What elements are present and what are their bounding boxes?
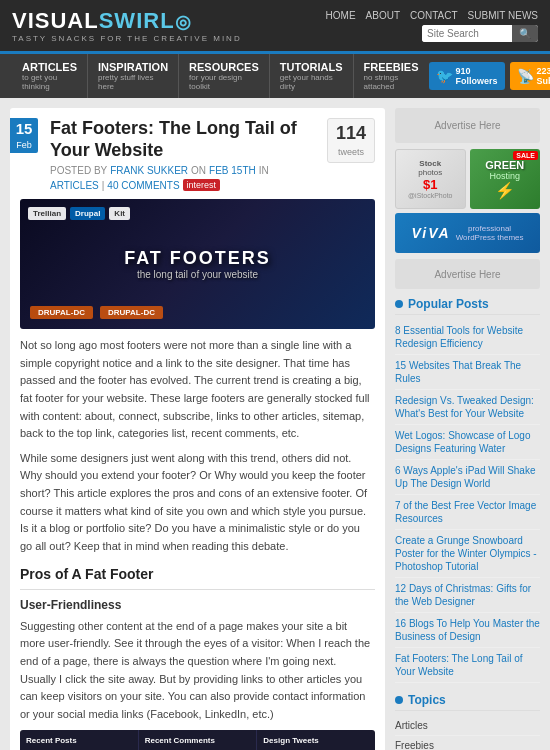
logo-area: VISUALSWIRL◎ TASTY SNACKS FOR THE CREATI…	[12, 8, 242, 43]
sec-nav-items: ARTICLES to get you thinking INSPIRATION…	[12, 54, 429, 98]
popular-post-7[interactable]: Create a Grunge Snowboard Poster for the…	[395, 530, 540, 578]
body-p3: Suggesting other content at the end of a…	[20, 618, 375, 724]
logo-tagline: TASTY SNACKS FOR THE CREATIVE MIND	[12, 34, 242, 43]
date-day: 15	[10, 120, 38, 137]
popular-post-10[interactable]: Fat Footers: The Long Tail of Your Websi…	[395, 648, 540, 683]
footer-screenshot: Recent Posts Happy New Year From Every F…	[20, 730, 375, 750]
nav-about[interactable]: ABOUT	[366, 10, 400, 21]
search-input[interactable]	[422, 25, 512, 42]
popular-posts-section: Popular Posts 8 Essential Tools for Webs…	[395, 297, 540, 683]
nav-tutorials[interactable]: TUTORIALS get your hands dirty	[270, 54, 354, 98]
rss-subscribers[interactable]: 📡 223 Subscribers	[510, 62, 550, 90]
content-area: 15 Feb Fat Footers: The Long Tail of You…	[10, 108, 385, 750]
tweet-label: tweets	[338, 147, 364, 157]
nav-submit[interactable]: SUBMIT NEWS	[468, 10, 538, 21]
search-button[interactable]: 🔍	[512, 25, 538, 42]
footer-col-posts: Recent Posts Happy New Year From Every F…	[20, 730, 139, 750]
sidebar: Advertise Here Stock photos $1 @iStockPh…	[395, 108, 540, 750]
popular-post-9[interactable]: 16 Blogs To Help You Master the Business…	[395, 613, 540, 648]
nav-resources[interactable]: RESOURCES for your design toolkit	[179, 54, 270, 98]
logo-chip-drupal: Drupal	[70, 207, 105, 220]
popular-post-6[interactable]: 7 of the Best Free Vector Image Resource…	[395, 495, 540, 530]
popular-post-4[interactable]: Wet Logos: Showcase of Logo Designs Feat…	[395, 425, 540, 460]
nav-freebies[interactable]: FREEBIES no strings attached	[354, 54, 429, 98]
logo-visual: VISUAL	[12, 8, 99, 33]
logo-icon: ◎	[175, 12, 192, 32]
nav-articles[interactable]: ARTICLES to get you thinking	[12, 54, 88, 98]
article-meta: POSTED BY FRANK SUKKER ON FEB 15TH IN AR…	[50, 165, 319, 191]
ad-grid: Stock photos $1 @iStockPhoto SALE GREEN …	[395, 149, 540, 253]
nav-contact[interactable]: CONTACT	[410, 10, 458, 21]
nav-links: HOME ABOUT CONTACT SUBMIT NEWS	[326, 10, 538, 21]
popular-post-8[interactable]: 12 Days of Christmas: Gifts for the Web …	[395, 578, 540, 613]
nav-area: HOME ABOUT CONTACT SUBMIT NEWS 🔍	[326, 10, 538, 42]
topic-articles[interactable]: Articles	[395, 716, 540, 736]
author-link[interactable]: FRANK SUKKER	[110, 165, 188, 176]
popular-posts-list: 8 Essential Tools for Website Redesign E…	[395, 320, 540, 683]
popular-post-2[interactable]: 15 Websites That Break The Rules	[395, 355, 540, 390]
logo-chip-trellian: Trellian	[28, 207, 66, 220]
topic-freebies[interactable]: Freebies	[395, 736, 540, 750]
hero-subtitle: the long tail of your website	[124, 269, 271, 280]
popular-post-1[interactable]: 8 Essential Tools for Website Redesign E…	[395, 320, 540, 355]
popular-post-3[interactable]: Redesign Vs. Tweaked Design: What's Best…	[395, 390, 540, 425]
sale-badge: SALE	[513, 151, 538, 160]
nav-home[interactable]: HOME	[326, 10, 356, 21]
header: VISUALSWIRL◎ TASTY SNACKS FOR THE CREATI…	[0, 0, 550, 51]
hero-overlay: FAT FOOTERS the long tail of your websit…	[124, 248, 271, 280]
logo-chip-kit: Kit	[109, 207, 130, 220]
pinterest-tag[interactable]: interest	[183, 179, 221, 191]
topics-section: Topics Articles Freebies Inspiration New…	[395, 693, 540, 750]
tweet-count-box: 114 tweets	[327, 118, 375, 163]
secondary-nav: ARTICLES to get you thinking INSPIRATION…	[0, 54, 550, 98]
body-h2-1: Pros of A Fat Footer	[20, 563, 375, 589]
logo-text: VISUALSWIRL◎	[12, 8, 242, 34]
date-badge: 15 Feb	[10, 118, 38, 153]
ad-stock-photos[interactable]: Stock photos $1 @iStockPhoto	[395, 149, 466, 209]
advertise-top: Advertise Here	[395, 108, 540, 143]
social-icons: 🐦 910 Followers 📡 223 Subscribers	[429, 62, 550, 90]
date-month: Feb	[16, 140, 32, 150]
article-header: Fat Footers: The Long Tail of Your Websi…	[50, 118, 375, 191]
hero-image: Trellian Drupal Kit DRUPAL-DC DRUPAL-DC …	[20, 199, 375, 329]
footer-col-comments: Recent Comments Happy New Year From Ever…	[139, 730, 258, 750]
popular-posts-title: Popular Posts	[395, 297, 540, 315]
advertise-bottom: Advertise Here	[395, 259, 540, 289]
main-layout: 15 Feb Fat Footers: The Long Tail of You…	[0, 98, 550, 750]
body-h3-1: User-Friendliness	[20, 596, 375, 615]
body-p2: While some designers just went along wit…	[20, 450, 375, 556]
ad-green-hosting[interactable]: SALE GREEN Hosting ⚡	[470, 149, 541, 209]
footer-col-tweets: Design Tweets Happy New Year From Everyo…	[257, 730, 375, 750]
body-p1: Not so long ago most footers were not mo…	[20, 337, 375, 443]
search-bar: 🔍	[422, 25, 538, 42]
nav-inspiration[interactable]: INSPIRATION pretty stuff lives here	[88, 54, 179, 98]
category-link[interactable]: ARTICLES	[50, 180, 99, 191]
topics-title: Topics	[395, 693, 540, 711]
topics-list: Articles Freebies Inspiration News Resou…	[395, 716, 540, 750]
article-title: Fat Footers: The Long Tail of Your Websi…	[50, 118, 319, 161]
article-body: Not so long ago most footers were not mo…	[20, 337, 375, 723]
logo-swirl: SWIRL	[99, 8, 175, 33]
ad-viva[interactable]: ViVA professionalWordPress themes	[395, 213, 540, 253]
date-link[interactable]: FEB 15TH	[209, 165, 256, 176]
comments-link[interactable]: 40 COMMENTS	[107, 180, 179, 191]
twitter-followers[interactable]: 🐦 910 Followers	[429, 62, 505, 90]
hero-title: FAT FOOTERS	[124, 248, 271, 269]
tweet-number: 114	[336, 123, 366, 144]
popular-post-5[interactable]: 6 Ways Apple's iPad Will Shake Up The De…	[395, 460, 540, 495]
